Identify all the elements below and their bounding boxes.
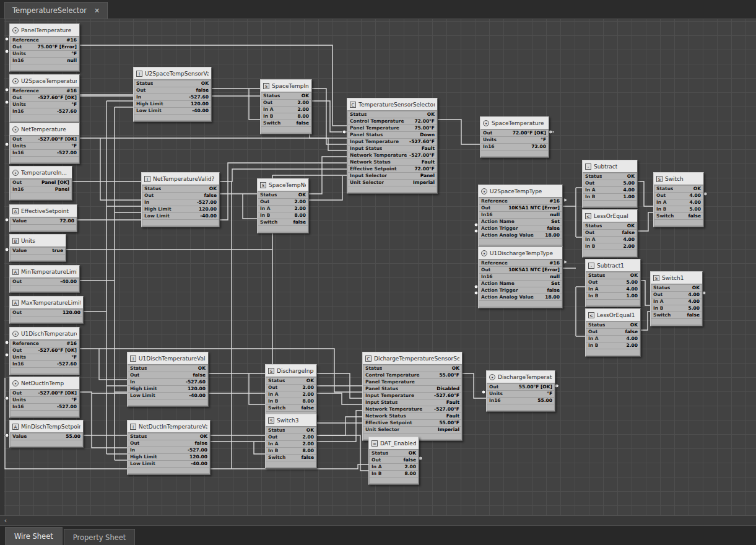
block-header[interactable]: INetTemperatureValid? (142, 173, 219, 185)
block-u1-disch-temperature-valid[interactable]: IU1DischTemperatureValid?StatusOKOutfals… (127, 352, 209, 407)
block-net-temperature[interactable]: •NetTemperatureOut-527.00°F [OK]Units°FI… (9, 123, 80, 164)
block-min-temperature-limit[interactable]: AMinTemperatureLimitOut-40.00 (9, 265, 80, 293)
block-net-temperature-valid[interactable]: INetTemperatureValid?StatusOKOutfalseIn-… (141, 172, 220, 227)
block-dicharge-temperature-sensor-selector[interactable]: CDichargeTemperatureSensorSelectorStatus… (362, 352, 463, 441)
block-header[interactable]: INetDuctInTemperatureValid?/ (128, 421, 210, 433)
slot-label: In (130, 447, 135, 453)
block-header[interactable]: -Subtract (583, 160, 637, 173)
block-header[interactable]: IU2SpaceTempSensorValid? (134, 68, 211, 80)
slot-row: Out2.00 (266, 385, 316, 391)
block-dat-enabled[interactable]: =DAT_EnabledStatusOKOutfalseIn A2.00In B… (368, 437, 419, 485)
block-net-duct-in-temperature-valid[interactable]: INetDuctInTemperatureValid?/StatusOKOutf… (127, 420, 211, 475)
block-min-disch-temp-setpoint[interactable]: AMinDischTempSetpointValue55.00 (9, 420, 84, 448)
block-header[interactable]: •U1DischTemperature (10, 328, 79, 340)
block-header[interactable]: AMinDischTempSetpoint (10, 421, 83, 433)
block-header[interactable]: BUnits (10, 235, 66, 247)
block-u2-space-temp-sensor-valid[interactable]: IU2SpaceTempSensorValid?StatusOKOutfalse… (133, 67, 212, 122)
slot-value: Down (420, 132, 435, 138)
block-header[interactable]: SDischargeInpu... (266, 365, 316, 377)
block-subtract[interactable]: -SubtractStatusOKOut5.00In A4.00In B1.00 (582, 160, 638, 208)
block-footer (258, 226, 308, 232)
block-temperature-sensor-selector[interactable]: CTemperatureSensorSelectorStatusOKContro… (347, 98, 438, 194)
block-header[interactable]: SSwitch3 (266, 414, 316, 427)
block-header[interactable]: AMaxTemperatureLimit (10, 297, 83, 309)
switch-icon: S (656, 176, 663, 182)
block-header[interactable]: CTemperatureSensorSelector (347, 98, 437, 111)
horizontal-scrollbar[interactable]: ‹ (0, 515, 756, 526)
slot-value: -527.00°F [OK] (38, 390, 77, 396)
block-units[interactable]: BUnitsValuetrue (9, 234, 66, 262)
block-panel-temperature[interactable]: •PanelTemperatureReference#16Out75.00°F … (9, 24, 80, 72)
block-switch1[interactable]: SSwitch1StatusOKOut4.00In A4.00In B5.00S… (650, 271, 703, 326)
block-header[interactable]: •NetTemperature (10, 123, 79, 136)
block-header[interactable]: ≤LessOrEqual (583, 210, 637, 222)
switch-icon: S (263, 83, 269, 89)
slot-label: Value (12, 248, 27, 254)
slot-label: Status (136, 81, 153, 87)
block-switch3[interactable]: SSwitch3StatusOKOut2.00In A2.00In B8.00S… (265, 414, 317, 469)
block-max-temperature-limit[interactable]: AMaxTemperatureLimitOut120.00 (9, 296, 84, 324)
block-header[interactable]: •PanelTemperature (10, 24, 79, 37)
block-header[interactable]: •DischargeTemperature (487, 371, 555, 383)
block-header[interactable]: =DAT_Enabled (369, 437, 419, 450)
block-net-duct-in-temp[interactable]: •NetDuctInTempOut-527.00°F [OK]Units°FIn… (9, 377, 80, 418)
block-less-or-equal[interactable]: ≤LessOrEqualStatusOKOutfalseIn A4.00In B… (582, 209, 638, 258)
tab-wire-sheet[interactable]: Wire Sheet (5, 527, 63, 545)
block-title: U2SpaceTempSensorValid? (145, 71, 209, 77)
slot-value: 2.00 (294, 206, 306, 212)
tab-property-sheet[interactable]: Property Sheet (64, 529, 136, 545)
slot-row: In16null (11, 58, 79, 64)
slot-label: In16 (12, 361, 24, 367)
block-header[interactable]: ≤LessOrEqual1 (586, 309, 640, 321)
block-discharge-temperature[interactable]: •DischargeTemperatureOut55.00°F [OK]Unit… (486, 370, 555, 412)
slot-value: 120.00 (189, 454, 207, 460)
block-header[interactable]: •SpaceTemperature (480, 117, 549, 129)
block-header[interactable]: SSwitch (654, 173, 703, 185)
block-header[interactable]: •U1DischargeTempType (479, 247, 562, 259)
slot-label: Action Analog Value (481, 232, 534, 238)
block-temperature-in[interactable]: •TemperatureIn...OutPanel [OK]In16Panel (9, 166, 72, 201)
slot-label: Out (268, 385, 277, 391)
slot-row: In16-527.00 (11, 150, 79, 156)
block-discharge-inpu[interactable]: SDischargeInpu...StatusOKOut2.00In A2.00… (265, 364, 317, 419)
block-u2-space-temperature[interactable]: •U2SpaceTemperatureReference#16Out-527.6… (9, 74, 80, 123)
block-header[interactable]: CDichargeTemperatureSensorSelector (363, 352, 462, 365)
block-effective-setpoint[interactable]: AEffectiveSetpointValue72.00 (9, 204, 77, 232)
slot-value: 55.00°F (439, 420, 459, 426)
block-header[interactable]: AMinTemperatureLimit (10, 266, 79, 278)
block-header[interactable]: SSwitch1 (651, 272, 702, 284)
numeric-point-icon: • (12, 331, 19, 337)
block-header[interactable]: IU1DischTemperatureValid? (128, 352, 208, 365)
tab-temperature-selector[interactable]: TemperatureSelector ✕ (4, 2, 108, 19)
block-space-temperature[interactable]: •SpaceTemperatureOut72.00°F [OK]Units°FI… (480, 116, 549, 158)
block-title: U1DischTemperatureValid? (139, 355, 206, 362)
slot-value: Fault (446, 413, 459, 419)
slot-label: In16 (483, 144, 495, 150)
block-u1-discharge-temp-type[interactable]: •U1DischargeTempTypeReference#16Out10K5A… (478, 246, 563, 308)
block-space-temp-inp[interactable]: SSpaceTempInp...StatusOKOut2.00In A2.00I… (260, 79, 312, 134)
block-u2-space-temp-type[interactable]: •U2SpaceTempTypeReference#16Out10K5A1 NT… (478, 185, 563, 246)
block-u1-disch-temperature[interactable]: •U1DischTemperatureReference#16Out-527.6… (9, 327, 80, 375)
block-header[interactable]: •NetDuctInTemp (10, 377, 79, 390)
slot-label: Status (130, 434, 147, 440)
block-subtract1[interactable]: -Subtract1StatusOKOut5.00In A4.00In B1.0… (585, 259, 641, 307)
scroll-left-icon[interactable]: ‹ (1, 517, 10, 525)
block-footer (11, 157, 79, 162)
block-header[interactable]: •U2SpaceTemperature (10, 75, 79, 87)
block-header[interactable]: -Subtract1 (586, 259, 640, 272)
block-header[interactable]: AEffectiveSetpoint (10, 205, 77, 217)
block-header[interactable]: SSpaceTempInp... (261, 80, 311, 92)
block-space-temp-net[interactable]: SSpaceTempNet...StatusOKOut2.00In A2.00I… (257, 178, 309, 233)
block-switch[interactable]: SSwitchStatusOKOut4.00In A4.00In B5.00Sw… (653, 172, 704, 227)
block-header[interactable]: •U2SpaceTempType (479, 185, 562, 198)
block-title: Units (21, 238, 35, 244)
block-header[interactable]: •TemperatureIn... (10, 167, 72, 179)
close-icon[interactable]: ✕ (94, 7, 100, 15)
switch-icon: S (653, 275, 659, 281)
slot-row: Network StatusFault (363, 413, 461, 419)
slot-label: Input Temperature (350, 139, 399, 145)
slot-value: 55.00 (66, 434, 80, 440)
block-header[interactable]: SSpaceTempNet... (258, 179, 308, 191)
slot-row: Value55.00 (11, 434, 82, 440)
block-less-or-equal1[interactable]: ≤LessOrEqual1StatusOKOutfalseIn A4.00In … (585, 308, 641, 357)
